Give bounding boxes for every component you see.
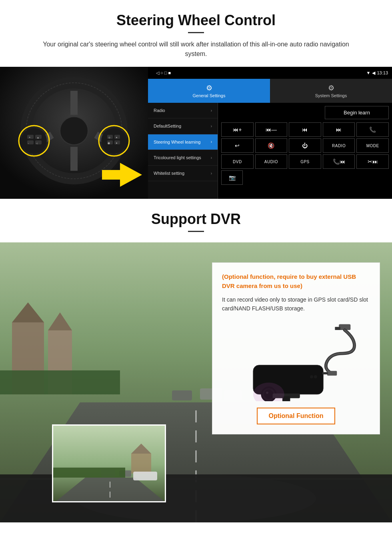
gear-icon: ⚙ xyxy=(206,84,212,92)
mute-button[interactable]: 🔇 xyxy=(255,138,288,153)
call-prev-button[interactable]: 📞⏮ xyxy=(323,154,355,169)
menu-item-steering-wheel[interactable]: Steering Wheel learning › xyxy=(148,134,218,150)
camera-button[interactable]: 📷 xyxy=(221,170,243,185)
svg-text:⊙: ⊙ xyxy=(108,136,110,139)
wifi-icon: ◀ xyxy=(372,70,375,76)
svg-text:✦: ✦ xyxy=(116,142,118,144)
system-icon: ⚙ xyxy=(328,84,334,92)
radio-button[interactable]: RADIO xyxy=(323,138,355,153)
controls-row-4: 📷 xyxy=(221,170,389,185)
cut-next-button[interactable]: ✂⏭ xyxy=(356,154,389,169)
controls-row-2: ↩ 🔇 ⏻ RADIO MODE xyxy=(221,138,389,153)
svg-rect-37 xyxy=(0,370,120,394)
dvr-section: Support DVR xyxy=(0,199,392,522)
chevron-icon: › xyxy=(211,108,212,113)
menu-item-radio[interactable]: Radio › xyxy=(148,103,218,118)
dvr-screenshot-svg xyxy=(53,426,166,502)
begin-learn-row: Begin learn xyxy=(221,106,389,119)
page-title: Steering Wheel Control xyxy=(16,12,376,29)
menu-item-whitelist[interactable]: Whitelist setting › xyxy=(148,166,218,181)
controls-row-3: DVD AUDIO GPS 📞⏮ ✂⏭ xyxy=(221,154,389,169)
svg-rect-64 xyxy=(53,468,125,478)
android-panel: ◁ ○ □ ■ ▼ ◀ 13:13 ⚙ General Settings ⚙ S… xyxy=(148,67,392,199)
optional-function-button[interactable]: Optional Function xyxy=(257,408,336,424)
tab-system-settings[interactable]: ⚙ System Settings xyxy=(270,79,392,103)
dvr-screenshot xyxy=(52,424,166,502)
hangup-button[interactable]: ↩ xyxy=(221,138,254,153)
vol-down-button[interactable]: ⏮— xyxy=(255,122,288,137)
section-subtitle: Your original car's steering wheel contr… xyxy=(32,40,360,59)
tab-general-settings[interactable]: ⚙ General Settings xyxy=(148,79,270,103)
svg-rect-45 xyxy=(335,327,340,330)
tab-system-label: System Settings xyxy=(315,93,347,98)
next-button[interactable]: ⏭ xyxy=(323,122,355,137)
statusbar-time: 13:13 xyxy=(377,70,388,75)
statusbar-icons: ▼ ◀ 13:13 xyxy=(366,70,388,76)
svg-point-9 xyxy=(21,128,47,154)
dvr-optional-text: (Optional function, require to buy exter… xyxy=(222,272,370,290)
svg-point-19 xyxy=(101,128,127,154)
svg-point-7 xyxy=(60,117,88,145)
prev-button[interactable]: ⏮ xyxy=(289,122,321,137)
svg-rect-57 xyxy=(327,371,337,376)
chevron-icon: › xyxy=(211,156,212,160)
dvr-title: Support DVR xyxy=(16,211,376,228)
svg-text:◉: ◉ xyxy=(108,142,110,144)
dvd-button[interactable]: DVD xyxy=(221,154,254,169)
tab-general-label: General Settings xyxy=(193,93,226,98)
android-menu: Radio › DefaultSetting › Steering Wheel … xyxy=(148,103,218,199)
svg-text:+: + xyxy=(29,136,30,139)
dvr-title-area: Support DVR xyxy=(0,199,392,242)
menu-item-defaultsetting[interactable]: DefaultSetting › xyxy=(148,118,218,134)
svg-point-52 xyxy=(314,375,317,378)
dvr-title-divider xyxy=(188,231,204,232)
begin-learn-button[interactable]: Begin learn xyxy=(325,106,389,119)
audio-button[interactable]: AUDIO xyxy=(255,154,288,169)
svg-text:▲: ▲ xyxy=(37,136,39,139)
power-button[interactable]: ⏻ xyxy=(289,138,321,153)
steering-composite: + ▲ - ◁ ⊙ ✦ ◉ ✦ ◁ ○ □ ■ xyxy=(0,67,392,199)
dvr-camera-image xyxy=(222,321,370,401)
svg-rect-65 xyxy=(131,454,151,474)
svg-rect-58 xyxy=(322,372,328,374)
svg-text:✦: ✦ xyxy=(116,136,118,139)
gps-button[interactable]: GPS xyxy=(289,154,321,169)
mode-button[interactable]: MODE xyxy=(356,138,389,153)
controls-row-1: ⏮+ ⏮— ⏮ ⏭ 📞 xyxy=(221,122,389,137)
signal-icon: ▼ xyxy=(366,70,371,75)
android-statusbar: ◁ ○ □ ■ ▼ ◀ 13:13 xyxy=(148,67,392,79)
svg-point-53 xyxy=(310,375,313,378)
steering-section: Steering Wheel Control Your original car… xyxy=(0,0,392,59)
dvr-camera-svg xyxy=(222,321,370,401)
dvr-background-photo: (Optional function, require to buy exter… xyxy=(0,242,392,522)
android-right-panel: Begin learn ⏮+ ⏮— ⏮ ⏭ 📞 ↩ 🔇 xyxy=(218,103,392,199)
chevron-icon: › xyxy=(211,124,212,128)
svg-rect-29 xyxy=(102,170,122,180)
chevron-icon: › xyxy=(211,171,212,176)
vol-up-button[interactable]: ⏮+ xyxy=(221,122,254,137)
svg-text:◁: ◁ xyxy=(36,142,38,144)
dvr-info-box: (Optional function, require to buy exter… xyxy=(212,262,380,434)
android-content: Radio › DefaultSetting › Steering Wheel … xyxy=(148,103,392,199)
chevron-icon: › xyxy=(211,140,212,144)
call-button[interactable]: 📞 xyxy=(356,122,389,137)
steering-wheel-photo: + ▲ - ◁ ⊙ ✦ ◉ ✦ xyxy=(0,67,148,199)
dvr-description: It can record video only to storage in G… xyxy=(222,295,370,313)
dvr-screenshot-inner xyxy=(53,426,165,501)
title-divider xyxy=(188,32,204,33)
android-tabs: ⚙ General Settings ⚙ System Settings xyxy=(148,79,392,103)
steering-wheel-svg: + ▲ - ◁ ⊙ ✦ ◉ ✦ xyxy=(0,67,148,199)
svg-rect-38 xyxy=(172,390,192,400)
menu-item-tricoloured[interactable]: Tricoloured light settings › xyxy=(148,150,218,166)
controls-grid: ⏮+ ⏮— ⏮ ⏭ 📞 ↩ 🔇 ⏻ RADIO MODE xyxy=(221,122,389,185)
svg-rect-67 xyxy=(133,472,157,480)
